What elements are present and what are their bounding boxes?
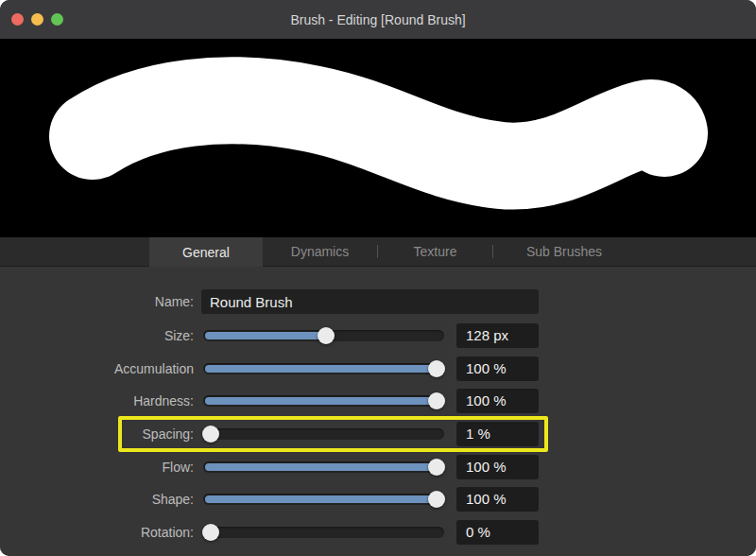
general-panel: Name: Size: 128 px Accumulation 100 % Ha… xyxy=(0,267,756,556)
slider-label: Hardness: xyxy=(43,389,194,413)
slider-label: Flow: xyxy=(43,455,194,479)
slider-row: Size: 128 px xyxy=(0,323,756,348)
slider-value-field[interactable]: 0 % xyxy=(456,520,539,545)
slider-thumb[interactable] xyxy=(428,491,445,508)
brush-preview-canvas xyxy=(0,39,756,237)
tab-sub-brushes[interactable]: Sub Brushes xyxy=(493,237,635,266)
slider-row: Flow: 100 % xyxy=(0,455,756,479)
tab-dynamics[interactable]: Dynamics xyxy=(263,237,377,266)
slider-row: Rotation: 0 % xyxy=(0,520,756,545)
slider-row: Shape: 100 % xyxy=(0,487,756,512)
slider-thumb[interactable] xyxy=(202,426,219,443)
slider-label: Spacing: xyxy=(43,422,194,446)
slider-track[interactable] xyxy=(203,527,444,538)
slider-thumb[interactable] xyxy=(318,327,335,344)
title-bar[interactable]: Brush - Editing [Round Brush] xyxy=(0,0,756,39)
name-input[interactable] xyxy=(201,289,539,314)
tab-bar: General Dynamics Texture Sub Brushes xyxy=(0,237,756,267)
slider-track[interactable] xyxy=(203,428,444,440)
slider-value-field[interactable]: 128 px xyxy=(456,323,539,348)
slider[interactable] xyxy=(203,520,444,545)
slider-value-field[interactable]: 1 % xyxy=(456,422,539,446)
slider[interactable] xyxy=(203,487,444,512)
slider-label: Shape: xyxy=(43,487,194,512)
slider[interactable] xyxy=(203,356,444,381)
slider-value-field[interactable]: 100 % xyxy=(456,356,539,381)
slider-thumb[interactable] xyxy=(202,524,219,541)
slider[interactable] xyxy=(203,389,444,413)
slider-track[interactable] xyxy=(203,363,444,374)
tab-general[interactable]: General xyxy=(149,237,263,267)
slider[interactable] xyxy=(203,455,444,479)
slider-fill xyxy=(205,463,435,471)
slider-label: Accumulation xyxy=(43,356,194,381)
slider-track[interactable] xyxy=(203,461,444,473)
name-label: Name: xyxy=(43,289,194,314)
tab-bar-spacer xyxy=(0,237,149,266)
slider-row: Accumulation 100 % xyxy=(0,356,756,381)
zoom-button[interactable] xyxy=(51,13,63,26)
tab-texture[interactable]: Texture xyxy=(378,237,492,266)
slider[interactable] xyxy=(203,323,444,348)
slider-fill xyxy=(205,397,435,405)
minimize-button[interactable] xyxy=(31,13,43,26)
traffic-lights xyxy=(11,13,63,26)
slider-row: Hardness: 100 % xyxy=(0,389,756,413)
slider-fill xyxy=(205,495,435,503)
slider-fill xyxy=(205,365,435,373)
slider-thumb[interactable] xyxy=(428,459,445,476)
slider[interactable] xyxy=(203,422,444,446)
brush-stroke-preview xyxy=(0,39,756,237)
window-title: Brush - Editing [Round Brush] xyxy=(0,12,756,27)
slider-fill xyxy=(205,332,324,339)
slider-thumb[interactable] xyxy=(428,360,445,377)
slider-track[interactable] xyxy=(203,494,444,505)
slider-label: Size: xyxy=(43,323,194,348)
close-button[interactable] xyxy=(11,13,24,26)
slider-label: Rotation: xyxy=(43,520,194,545)
slider-thumb[interactable] xyxy=(428,392,445,409)
brush-editor-window: Brush - Editing [Round Brush] General Dy… xyxy=(0,0,756,556)
slider-track[interactable] xyxy=(203,395,444,407)
slider-value-field[interactable]: 100 % xyxy=(456,389,539,413)
slider-row: Spacing: 1 % xyxy=(0,422,756,446)
slider-value-field[interactable]: 100 % xyxy=(456,455,539,479)
slider-value-field[interactable]: 100 % xyxy=(456,487,539,512)
